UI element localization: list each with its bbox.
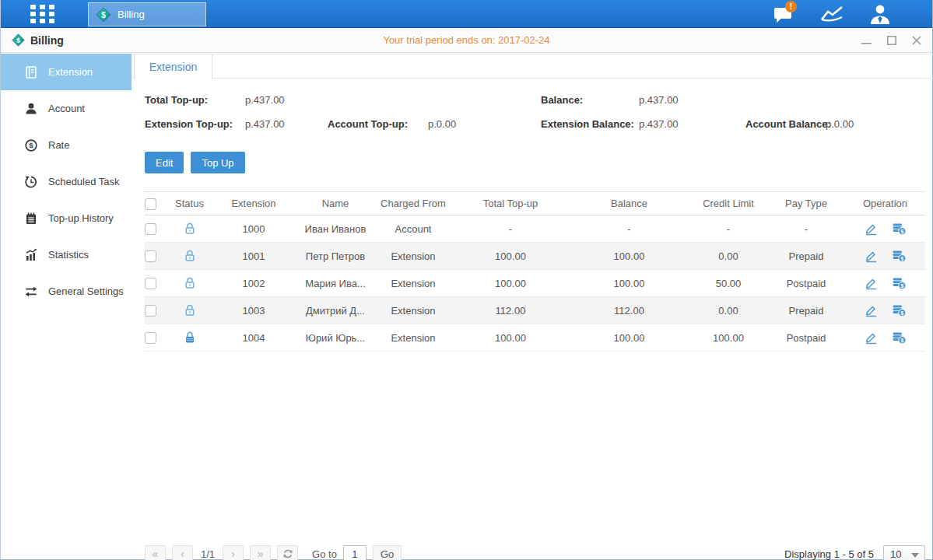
sidebar-item-account[interactable]: Account xyxy=(1,90,132,127)
total-topup-value: p.437.00 xyxy=(245,94,285,107)
cell-credit-limit: 0.00 xyxy=(689,305,767,317)
sidebar-item-general-settings[interactable]: General Settings xyxy=(1,273,132,310)
page-size-select[interactable]: 10 xyxy=(883,545,925,560)
balance-summary: Total Top-up: p.437.00 Balance: p.437.00… xyxy=(145,89,925,145)
col-status: Status xyxy=(168,198,211,209)
account-topup-value: p.0.00 xyxy=(428,118,456,131)
col-extension: Extension xyxy=(211,198,296,209)
col-operation: Operation xyxy=(845,198,925,209)
sidebar-item-scheduled-task[interactable]: Scheduled Task xyxy=(1,163,132,200)
cell-pay-type: Postpaid xyxy=(767,278,845,289)
sidebar: Extension Account $ Rate xyxy=(1,54,132,559)
topup-row-icon[interactable]: $ xyxy=(892,276,907,290)
cell-balance: 100.00 xyxy=(569,250,689,262)
topup-row-icon[interactable]: $ xyxy=(892,303,907,317)
svg-text:$: $ xyxy=(16,37,20,44)
topup-row-icon[interactable]: $ xyxy=(892,331,907,345)
row-checkbox[interactable] xyxy=(145,278,156,289)
table-row: 1003 Дмитрий Д... Extension 112.00 112.0… xyxy=(145,297,925,324)
sidebar-item-topup-history[interactable]: Top-up History xyxy=(1,200,132,236)
minimize-icon[interactable] xyxy=(861,36,872,45)
cell-extension: 1003 xyxy=(211,305,296,317)
page-indicator: 1/1 xyxy=(201,548,215,560)
svg-text:$: $ xyxy=(101,10,106,19)
row-checkbox[interactable] xyxy=(145,305,156,317)
sidebar-item-label: General Settings xyxy=(48,285,124,297)
sidebar-item-label: Statistics xyxy=(48,249,89,261)
row-checkbox[interactable] xyxy=(145,223,156,235)
general-settings-icon xyxy=(24,285,38,299)
row-checkbox[interactable] xyxy=(145,250,156,262)
displaying-text: Displaying 1 - 5 of 5 xyxy=(784,548,874,560)
sidebar-item-label: Top-up History xyxy=(48,212,114,224)
cell-total-topup: 100.00 xyxy=(452,250,569,262)
last-page-button[interactable]: » xyxy=(250,545,271,560)
maximize-icon[interactable] xyxy=(887,36,896,45)
topup-row-icon[interactable]: $ xyxy=(892,222,907,236)
extension-topup-value: p.437.00 xyxy=(245,118,285,131)
messages-icon[interactable]: ! xyxy=(769,2,798,26)
sidebar-item-rate[interactable]: $ Rate xyxy=(1,127,132,163)
cell-name: Мария Ива... xyxy=(296,278,374,289)
billing-diamond-icon: $ xyxy=(96,7,111,23)
cell-pay-type: Prepaid xyxy=(767,250,845,262)
svg-text:$: $ xyxy=(900,338,903,344)
user-account-icon[interactable] xyxy=(865,2,895,26)
sidebar-item-label: Scheduled Task xyxy=(48,176,120,187)
tab-extension[interactable]: Extension xyxy=(134,54,212,79)
col-name: Name xyxy=(296,198,374,209)
col-total-topup: Total Top-up xyxy=(452,198,569,209)
close-icon[interactable] xyxy=(912,36,921,45)
window-controls xyxy=(861,28,921,53)
top-up-button[interactable]: Top Up xyxy=(191,152,244,173)
cell-total-topup: - xyxy=(452,223,569,235)
svg-text:$: $ xyxy=(900,310,903,317)
col-credit-limit: Credit Limit xyxy=(689,198,767,209)
table-row: 1004 Юрий Юрь... Extension 100.00 100.00… xyxy=(145,324,925,352)
col-pay-type: Pay Type xyxy=(767,198,845,209)
sidebar-item-statistics[interactable]: Statistics xyxy=(1,236,132,273)
next-page-button[interactable]: › xyxy=(223,545,244,560)
col-balance: Balance xyxy=(569,198,689,209)
row-checkbox[interactable] xyxy=(145,332,156,344)
goto-page-input[interactable] xyxy=(343,545,367,560)
sidebar-item-label: Account xyxy=(48,103,85,114)
statistics-chart-icon[interactable] xyxy=(817,2,847,26)
cell-credit-limit: 50.00 xyxy=(689,278,767,289)
trial-notice: Your trial period ends on: 2017-02-24 xyxy=(1,34,932,46)
main-area: Extension Account $ Rate xyxy=(1,54,932,559)
total-topup-label: Total Top-up: xyxy=(145,94,208,107)
cell-name: Иван Иванов xyxy=(296,223,374,235)
notification-badge: ! xyxy=(785,1,797,12)
unlocked-icon xyxy=(183,303,197,317)
edit-row-icon[interactable] xyxy=(865,250,878,263)
billing-title-icon: $ xyxy=(12,33,25,47)
first-page-button[interactable]: « xyxy=(145,545,166,560)
edit-row-icon[interactable] xyxy=(865,277,878,290)
select-all-checkbox[interactable] xyxy=(145,198,156,210)
table-row: 1000 Иван Иванов Account - - - - xyxy=(145,215,925,243)
taskbar-tab-billing[interactable]: $ Billing xyxy=(88,2,206,26)
action-buttons: Edit Top Up xyxy=(145,152,925,173)
pagination-info: Displaying 1 - 5 of 5 10 xyxy=(784,545,925,560)
topup-history-icon xyxy=(24,212,38,226)
edit-row-icon[interactable] xyxy=(865,331,878,345)
cell-extension: 1002 xyxy=(211,278,296,289)
go-button[interactable]: Go xyxy=(373,545,402,560)
apps-grid-icon[interactable] xyxy=(30,5,54,24)
cell-pay-type: - xyxy=(767,223,845,235)
col-charged-from: Charged From xyxy=(374,198,452,209)
extension-balance-value: p.437.00 xyxy=(639,118,679,131)
window-titlebar: $ Billing Your trial period ends on: 201… xyxy=(1,28,932,53)
svg-text:$: $ xyxy=(29,141,33,149)
edit-row-icon[interactable] xyxy=(865,304,878,317)
topup-row-icon[interactable]: $ xyxy=(892,249,907,263)
edit-row-icon[interactable] xyxy=(865,222,878,236)
cell-balance: 112.00 xyxy=(569,305,689,317)
refresh-button[interactable] xyxy=(277,545,298,560)
rate-icon: $ xyxy=(24,138,38,152)
sidebar-item-extension[interactable]: Extension xyxy=(1,54,132,90)
statistics-icon xyxy=(24,248,38,262)
edit-button[interactable]: Edit xyxy=(145,152,184,173)
prev-page-button[interactable]: ‹ xyxy=(172,545,193,560)
